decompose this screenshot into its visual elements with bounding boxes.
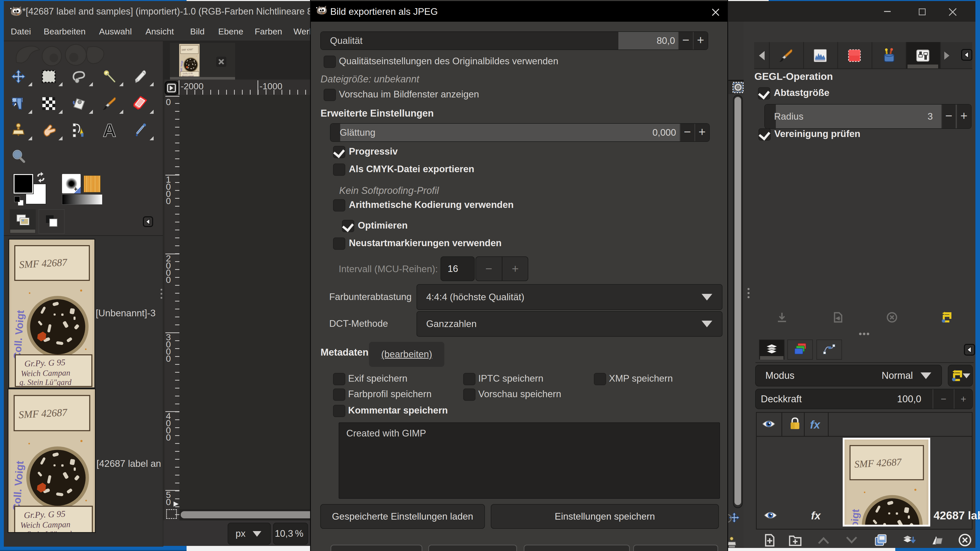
svg-text:A: A xyxy=(103,121,116,139)
